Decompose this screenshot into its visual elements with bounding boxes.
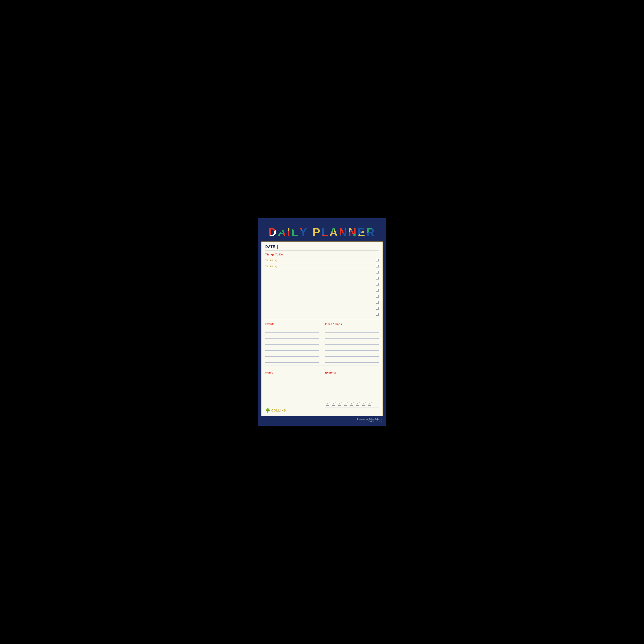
svg-text:8: 8	[369, 403, 370, 405]
todo-line-7	[265, 293, 379, 299]
title-char-p: P	[313, 226, 322, 238]
event-line-3	[265, 339, 319, 345]
title-char-d: D	[268, 226, 278, 238]
checkbox-8[interactable]	[376, 301, 379, 304]
todo-line-10	[265, 311, 379, 317]
notes-column: Notes 🌳 COLLINS	[265, 368, 322, 413]
notes-line-2	[265, 381, 319, 387]
svg-text:1: 1	[327, 403, 328, 405]
svg-text:4: 4	[345, 403, 346, 405]
checkbox-9[interactable]	[376, 307, 379, 310]
exercise-column: Exercise 1	[322, 368, 379, 413]
todo-line-5	[265, 281, 379, 287]
footer-note: Designed by Collins Debden. Printed in C…	[261, 418, 383, 422]
svg-text:2: 2	[333, 403, 334, 405]
priority-text-1: Top Priority	[265, 258, 277, 262]
exercise-line-4	[325, 393, 379, 399]
bottom-columns: Notes 🌳 COLLINS Exercise	[265, 368, 379, 413]
water-cup-2[interactable]: 2	[331, 401, 336, 406]
svg-text:5: 5	[351, 403, 352, 405]
water-tracker: 1 2 3	[325, 401, 379, 406]
title-char-e: E	[358, 226, 366, 238]
checkbox-1[interactable]	[376, 259, 379, 261]
ideas-plans-column: Ideas / Plans	[322, 322, 379, 363]
priority-line-1: Top Priority	[265, 257, 379, 263]
event-line-1	[265, 327, 319, 333]
title-char-space	[308, 226, 313, 238]
ideas-line-4	[325, 345, 379, 351]
collins-tree-icon: 🌳	[265, 408, 270, 413]
collins-branding: 🌳 COLLINS	[265, 408, 319, 413]
middle-columns: Events Ideas / Plans	[265, 322, 379, 363]
water-cup-1[interactable]: 1	[325, 401, 330, 406]
water-cup-8[interactable]: 8	[367, 401, 372, 406]
title-char-i: I	[287, 226, 291, 238]
title-char-l: L	[321, 226, 330, 238]
checkbox-2[interactable]	[376, 265, 379, 267]
checkbox-3[interactable]	[376, 271, 379, 273]
water-cup-4[interactable]: 4	[343, 401, 348, 406]
svg-text:3: 3	[339, 403, 340, 405]
ideas-line-5	[325, 351, 379, 357]
date-row: DATE	[265, 245, 379, 251]
title-char-a2: A	[330, 226, 339, 238]
events-heading: Events	[265, 322, 319, 326]
things-to-do-heading: Things To Do	[265, 253, 379, 256]
header-banner: DAILY PLANNER	[261, 222, 383, 241]
collins-name: COLLINS	[271, 409, 286, 412]
exercise-line-3	[325, 387, 379, 393]
checkbox-10[interactable]	[376, 313, 379, 316]
event-line-5	[265, 351, 319, 357]
title-char-l: L	[292, 226, 300, 238]
title-char-n2: N	[348, 226, 358, 238]
todo-line-9	[265, 305, 379, 311]
notes-line-3	[265, 387, 319, 393]
date-label: DATE	[265, 245, 275, 249]
checkbox-4[interactable]	[376, 277, 379, 279]
things-to-do-section: Things To Do Top Priority Top Priority	[265, 253, 379, 317]
title-char-n1: N	[339, 226, 348, 238]
water-cup-3[interactable]: 3	[337, 401, 342, 406]
notes-line-4	[265, 393, 319, 399]
notes-heading: Notes	[265, 371, 319, 374]
svg-text:6: 6	[357, 403, 358, 405]
event-line-6	[265, 357, 319, 363]
footer-line1: Designed by Collins Debden.	[357, 418, 382, 420]
section-divider-1	[265, 320, 379, 320]
events-column: Events	[265, 322, 322, 363]
water-cup-6[interactable]: 6	[355, 401, 360, 406]
title-char-a1: A	[278, 226, 287, 238]
ideas-line-1	[325, 327, 379, 333]
exercise-line-1	[325, 375, 379, 381]
todo-line-3	[265, 269, 379, 275]
priority-text-2: Top Priority	[265, 264, 277, 268]
water-cup-7[interactable]: 7	[361, 401, 366, 406]
date-cursor	[277, 245, 278, 249]
event-line-4	[265, 345, 319, 351]
todo-line-4	[265, 275, 379, 281]
exercise-heading: Exercise	[325, 371, 379, 374]
priority-line-2: Top Priority	[265, 263, 379, 269]
notes-line-5	[265, 399, 319, 405]
ideas-line-3	[325, 339, 379, 345]
ideas-line-2	[325, 333, 379, 339]
water-cup-5[interactable]: 5	[349, 401, 354, 406]
todo-line-8	[265, 299, 379, 305]
title-char-y: Y	[299, 226, 308, 238]
checkbox-5[interactable]	[376, 283, 379, 286]
exercise-line-2	[325, 381, 379, 387]
ideas-line-6	[325, 357, 379, 363]
svg-text:7: 7	[363, 403, 364, 405]
title-char-r: R	[366, 226, 376, 238]
checkbox-7[interactable]	[376, 295, 379, 298]
page-wrapper: DAILY PLANNER DATE Things To Do Top Prio…	[258, 218, 386, 426]
page-title: DAILY PLANNER	[263, 226, 381, 238]
footer-line2: Printed in China.	[368, 420, 382, 422]
event-line-2	[265, 333, 319, 339]
notes-line-1	[265, 375, 319, 381]
checkbox-6[interactable]	[376, 289, 379, 292]
todo-line-6	[265, 287, 379, 293]
ideas-plans-heading: Ideas / Plans	[325, 322, 379, 326]
main-content: DATE Things To Do Top Priority Top Prior…	[261, 241, 383, 416]
